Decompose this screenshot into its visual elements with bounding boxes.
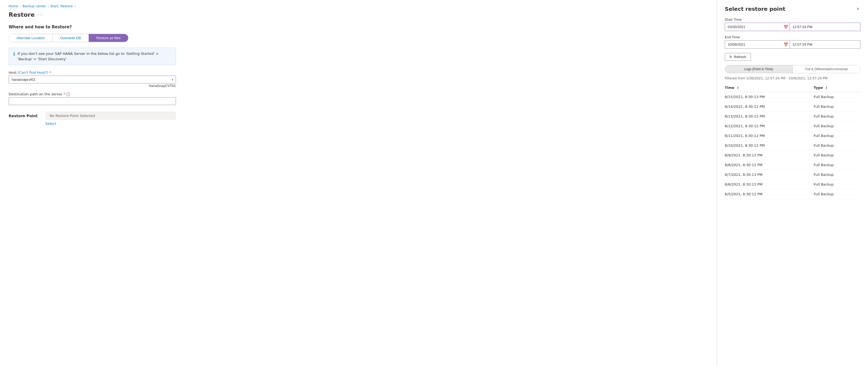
cell-type: Full Backup (814, 92, 861, 102)
end-time-input[interactable] (790, 40, 861, 49)
breadcrumb-start-restore[interactable]: Start: Restore (51, 4, 73, 8)
table-row[interactable]: 8/12/2021, 8:30:12 PMFull Backup (725, 121, 861, 131)
host-select-wrapper: hanasnapcvt01 ▾ (9, 76, 176, 83)
end-time-row: 📅 (725, 40, 861, 49)
refresh-label: Refresh (734, 55, 746, 59)
cell-type: Full Backup (814, 160, 861, 170)
cell-time: 8/8/2021, 8:30:12 PM (725, 160, 814, 170)
select-restore-point-link[interactable]: Select (45, 121, 56, 125)
host-field-group: Host (Can't find Host?) * hanasnapcvt01 … (9, 71, 176, 88)
restore-point-section: Restore Point No Restore Point Selected … (9, 112, 176, 125)
destination-label: Destination path on the server * i (9, 92, 176, 96)
cell-type: Full Backup (814, 150, 861, 160)
table-row[interactable]: 8/10/2021, 8:30:12 PMFull Backup (725, 141, 861, 150)
table-row[interactable]: 8/7/2021, 8:30:13 PMFull Backup (725, 170, 861, 179)
left-panel: Home › Backup center › Start: Restore › … (0, 0, 717, 366)
tab-alternate-location[interactable]: Alternate Location (9, 34, 53, 42)
destination-input[interactable] (9, 97, 176, 105)
breadcrumb: Home › Backup center › Start: Restore › (9, 4, 708, 8)
end-time-label: End Time (725, 35, 861, 39)
start-time-row: 📅 (725, 23, 861, 31)
end-date-wrapper: 📅 (725, 40, 790, 49)
toggle-logs[interactable]: Logs (Point in Time) (725, 65, 793, 73)
cell-time: 8/5/2021, 8:30:12 PM (725, 189, 814, 199)
cell-time: 8/10/2021, 8:30:12 PM (725, 141, 814, 150)
restore-point-label: Restore Point (9, 114, 41, 118)
start-time-label: Start Time (725, 18, 861, 22)
table-row[interactable]: 8/11/2021, 8:30:12 PMFull Backup (725, 131, 861, 141)
destination-required-star: * (63, 92, 65, 96)
table-row[interactable]: 8/8/2021, 8:30:12 PMFull Backup (725, 160, 861, 170)
start-time-input[interactable] (790, 23, 861, 31)
breadcrumb-sep-2: › (48, 5, 49, 8)
backup-type-toggle: Logs (Point in Time) Full & Differential… (725, 65, 861, 73)
breadcrumb-sep-1: › (20, 5, 21, 8)
cell-time: 8/13/2021, 8:30:12 PM (725, 112, 814, 121)
toggle-full-diff[interactable]: Full & Differential/Incremental (793, 65, 860, 73)
cell-time: 8/9/2021, 8:30:13 PM (725, 150, 814, 160)
host-hint: HanaSnapCVT01 (9, 84, 176, 88)
breadcrumb-sep-3: › (74, 5, 75, 8)
refresh-button[interactable]: ↻ Refresh (725, 53, 751, 61)
more-options-icon[interactable]: ··· (37, 12, 43, 18)
host-select[interactable]: hanasnapcvt01 (9, 76, 176, 83)
restore-point-value: No Restore Point Selected (45, 112, 176, 120)
host-required-star: * (50, 71, 51, 75)
table-row[interactable]: 8/13/2021, 8:30:12 PMFull Backup (725, 112, 861, 121)
cell-time: 8/12/2021, 8:30:12 PM (725, 121, 814, 131)
breadcrumb-home[interactable]: Home (9, 4, 18, 8)
type-sort-icon: ↕ (825, 86, 828, 90)
end-time-section: End Time 📅 (725, 35, 861, 49)
column-header-time[interactable]: Time ↕ (725, 83, 814, 92)
host-cant-find-link[interactable]: (Can't find Host?) (18, 71, 49, 75)
end-date-input[interactable] (725, 40, 790, 49)
end-calendar-icon[interactable]: 📅 (783, 43, 788, 47)
restore-point-row: Restore Point No Restore Point Selected (9, 112, 176, 120)
start-calendar-icon[interactable]: 📅 (783, 25, 788, 29)
section-heading: Where and how to Restore? (9, 25, 708, 29)
cell-type: Full Backup (814, 131, 861, 141)
tab-restore-as-files[interactable]: Restore as files (89, 34, 128, 42)
restore-points-table: Time ↕ Type ↕ 8/15/2021, 8:30:13 PMFull … (725, 83, 861, 199)
restore-tab-group: Alternate Location Overwrite DB Restore … (9, 34, 128, 42)
host-label: Host (Can't find Host?) * (9, 71, 176, 75)
cell-type: Full Backup (814, 170, 861, 179)
page-title-row: Restore ··· (9, 11, 708, 18)
cell-type: Full Backup (814, 189, 861, 199)
cell-type: Full Backup (814, 112, 861, 121)
panel-title: Select restore point (725, 6, 785, 12)
refresh-icon: ↻ (729, 55, 732, 59)
table-row[interactable]: 8/9/2021, 8:30:13 PMFull Backup (725, 150, 861, 160)
start-date-wrapper: 📅 (725, 23, 790, 31)
panel-header: Select restore point × (725, 5, 861, 12)
time-sort-icon: ↕ (737, 86, 739, 90)
table-row[interactable]: 8/15/2021, 8:30:13 PMFull Backup (725, 92, 861, 102)
table-row[interactable]: 8/5/2021, 8:30:12 PMFull Backup (725, 189, 861, 199)
breadcrumb-backup-center[interactable]: Backup center (23, 4, 46, 8)
start-time-section: Start Time 📅 (725, 18, 861, 31)
cell-time: 8/15/2021, 8:30:13 PM (725, 92, 814, 102)
filter-text: Filtered from 3/30/2021, 12:57:24 PM - 1… (725, 77, 861, 80)
right-panel: Select restore point × Start Time 📅 End … (717, 0, 868, 366)
table-row[interactable]: 8/6/2021, 8:30:13 PMFull Backup (725, 179, 861, 189)
cell-time: 8/7/2021, 8:30:13 PM (725, 170, 814, 179)
close-button[interactable]: × (855, 5, 861, 12)
tab-overwrite-db[interactable]: Overwrite DB (53, 34, 89, 42)
cell-type: Full Backup (814, 179, 861, 189)
start-date-input[interactable] (725, 23, 790, 31)
cell-time: 8/14/2021, 8:30:12 PM (725, 102, 814, 112)
cell-time: 8/6/2021, 8:30:13 PM (725, 179, 814, 189)
info-box: ℹ If you don't see your SAP HANA Server … (9, 48, 176, 65)
cell-type: Full Backup (814, 102, 861, 112)
info-text: If you don't see your SAP HANA Server in… (18, 51, 171, 62)
cell-type: Full Backup (814, 121, 861, 131)
info-icon: ℹ (13, 51, 15, 56)
column-header-type[interactable]: Type ↕ (814, 83, 861, 92)
destination-info-icon[interactable]: i (66, 92, 70, 96)
cell-type: Full Backup (814, 141, 861, 150)
table-row[interactable]: 8/14/2021, 8:30:12 PMFull Backup (725, 102, 861, 112)
page-title: Restore (9, 11, 34, 18)
destination-field-group: Destination path on the server * i (9, 92, 176, 105)
cell-time: 8/11/2021, 8:30:12 PM (725, 131, 814, 141)
